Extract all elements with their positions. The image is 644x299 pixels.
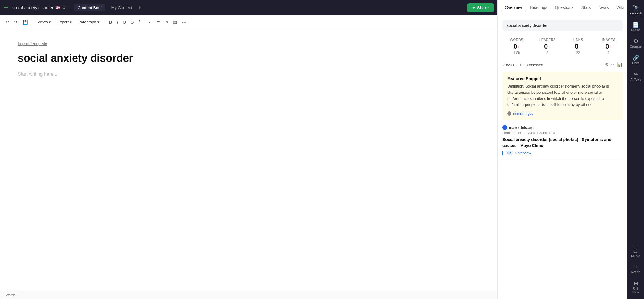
research-tabs: Overview Headings Questions Stats News W… [498, 0, 627, 15]
snippet-text: Definition. Social anxiety disorder (for… [507, 83, 618, 108]
sidebar-item-split-view[interactable]: ⊟ Split View [628, 278, 643, 297]
export-select[interactable]: Export ▾ [55, 19, 74, 25]
stat-images-label: IMAGES [597, 38, 620, 41]
editor-section: ☰ social anxiety disorder 🇺🇸 ⚙ | Content… [0, 0, 497, 299]
sidebar-optimize-label: Optimize [630, 45, 641, 49]
sidebar-research-label: Research [630, 12, 642, 15]
tab-news[interactable]: News [595, 3, 612, 12]
result-meta: Ranking: #1 · Word Count: 1.3k [502, 131, 623, 135]
research-icon: 🔭 [632, 5, 639, 11]
result-word-count: Word Count: 1.3k [528, 131, 555, 135]
stat-words-value: 0 ↑ [505, 43, 528, 50]
sidebar-icons: 🔭 Research 📄 Outline ⚙ Optimize 🔗 Links … [627, 0, 644, 299]
sidebar-item-optimize[interactable]: ⚙ Optimize [628, 35, 643, 51]
tab-headings[interactable]: Headings [526, 3, 551, 12]
doc-title-text: social anxiety disorder [12, 5, 53, 10]
word-count: 0 [4, 293, 6, 297]
results-bar: 20/20 results processed ⚙ ✏ 📊 [502, 62, 623, 67]
align-left-button[interactable]: ⇤ [147, 18, 154, 26]
links-icon: 🔗 [632, 54, 639, 61]
results-settings-icon[interactable]: ⚙ [605, 62, 609, 67]
tab-my-content[interactable]: My Content [108, 4, 136, 11]
paragraph-chevron-icon: ▾ [97, 20, 100, 24]
results-icons: ⚙ ✏ 📊 [605, 62, 623, 67]
toolbar-separator-3 [144, 19, 144, 25]
stat-links-value: 0 ↑ [566, 43, 590, 50]
stat-words-label: WORDS [505, 38, 528, 41]
more-options-button[interactable]: ••• [180, 18, 188, 26]
save-button[interactable]: 💾 [21, 18, 30, 26]
tab-content-brief[interactable]: Content Brief [74, 4, 105, 11]
stat-links: LINKS 0 ↑ 22 [564, 35, 592, 57]
sidebar-item-outline[interactable]: 📄 Outline [628, 19, 643, 34]
result-link-label: Overview [515, 151, 531, 155]
search-query-text: social anxiety disorder [507, 23, 548, 28]
underline-button[interactable]: U [121, 18, 128, 26]
bold-button[interactable]: B [107, 18, 114, 26]
editor-status-bar: 0 words [0, 291, 497, 299]
sidebar-links-label: Links [632, 62, 639, 65]
tab-divider: | [69, 5, 71, 10]
tab-overview[interactable]: Overview [501, 3, 526, 12]
align-right-button[interactable]: ⇥ [162, 18, 170, 26]
tab-stats[interactable]: Stats [578, 3, 594, 12]
stat-words-arrow: ↑ [518, 44, 520, 49]
flag-icon: 🇺🇸 [55, 5, 60, 10]
stat-headers: HEADERS 0 ↑ 8 [533, 35, 562, 57]
stat-headers-value: 0 ↑ [536, 43, 559, 50]
top-bar: ☰ social anxiety disorder 🇺🇸 ⚙ | Content… [0, 0, 497, 15]
result-h2-row: H2 Overview [502, 151, 623, 155]
h2-badge: H2 [506, 151, 513, 155]
editor-placeholder[interactable]: Start writing here... [18, 72, 480, 77]
sidebar-ai-label: AI Tools [630, 78, 641, 82]
sidebar-outline-label: Outline [631, 28, 640, 32]
sidebar-item-research[interactable]: 🔭 Research [628, 2, 643, 18]
import-template-link[interactable]: Import Template [18, 41, 47, 46]
result-title: Social anxiety disorder (social phobia) … [502, 137, 623, 148]
italic-button[interactable]: I [115, 18, 120, 26]
stat-images-sub: 1 [597, 51, 620, 55]
sidebar-item-links[interactable]: 🔗 Links [628, 52, 643, 67]
snippet-favicon-icon [507, 111, 511, 116]
resize-icon: ↔ [633, 264, 638, 270]
results-edit-icon[interactable]: ✏ [611, 62, 615, 67]
paragraph-select[interactable]: Views ▾ [35, 19, 53, 25]
sidebar-item-resize[interactable]: ↔ Resize [628, 261, 643, 277]
results-chart-icon[interactable]: 📊 [617, 62, 623, 67]
redo-button[interactable]: ↷ [12, 18, 19, 26]
snippet-domain: nimh.nih.gov [513, 111, 533, 116]
word-count-label: words [6, 293, 16, 297]
snippet-source[interactable]: nimh.nih.gov [507, 111, 618, 116]
sidebar-fullscreen-label: Full Screen [630, 251, 642, 258]
sidebar-item-fullscreen[interactable]: ⛶ Full Screen [628, 243, 643, 260]
share-icon: ↩ [472, 6, 475, 10]
result-domain: mayoclinic.org [509, 125, 534, 130]
add-tab-button[interactable]: + [138, 4, 142, 11]
italic-alt-button[interactable]: I [137, 18, 142, 26]
sidebar-resize-label: Resize [631, 271, 640, 274]
stats-row: WORDS 0 ↑ 1.8k HEADERS 0 ↑ 8 LIN [502, 35, 623, 57]
tab-wiki[interactable]: Wiki [613, 3, 627, 12]
result-item: mayoclinic.org Ranking: #1 · Word Count:… [502, 125, 623, 160]
research-search-bar[interactable]: social anxiety disorder [502, 20, 623, 31]
app-container: ☰ social anxiety disorder 🇺🇸 ⚙ | Content… [0, 0, 644, 299]
stat-links-label: LINKS [566, 38, 590, 41]
paragraph-select-format[interactable]: Paragraph ▾ [76, 19, 102, 25]
align-center-button[interactable]: ≡ [155, 18, 162, 26]
sidebar-item-ai-tools[interactable]: ✏ AI Tools [628, 69, 643, 84]
align-justify-button[interactable]: ▤ [171, 18, 179, 26]
stat-images-value: 0 ↑ [597, 43, 620, 50]
hamburger-icon[interactable]: ☰ [4, 4, 8, 11]
editor-content[interactable]: Import Template social anxiety disorder … [0, 29, 497, 291]
strikethrough-button[interactable]: S [129, 18, 136, 26]
right-panel: Overview Headings Questions Stats News W… [497, 0, 627, 299]
snippet-title: Featured Snippet [507, 76, 618, 81]
tab-questions[interactable]: Questions [552, 3, 577, 12]
share-button[interactable]: ↩ Share [467, 3, 494, 12]
stat-images-arrow: ↑ [610, 44, 612, 49]
sidebar-split-label: Split View [630, 287, 642, 294]
ai-tools-icon: ✏ [634, 71, 638, 77]
result-link[interactable]: H2 Overview [506, 151, 623, 155]
doc-settings-icon[interactable]: ⚙ [62, 5, 66, 10]
undo-button[interactable]: ↶ [4, 18, 11, 26]
